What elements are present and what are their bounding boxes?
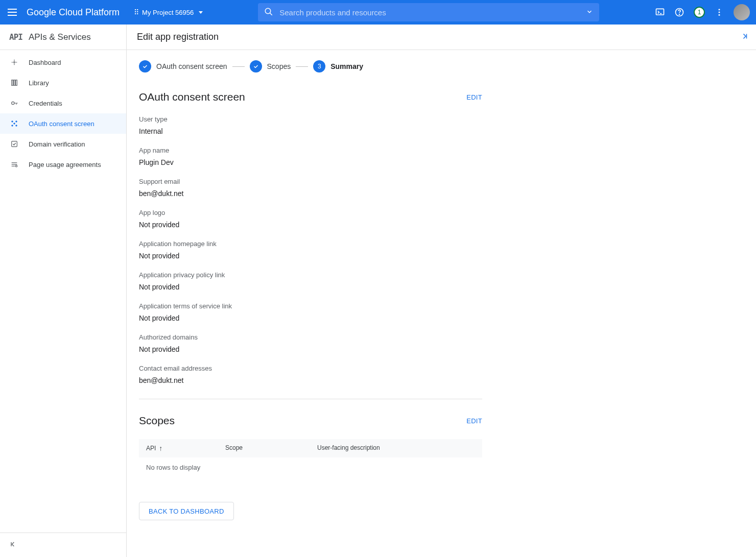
- notification-badge[interactable]: 1: [694, 7, 705, 18]
- svg-rect-12: [16, 80, 17, 86]
- step-summary[interactable]: 3 Summary: [313, 60, 363, 72]
- search-box[interactable]: [258, 3, 599, 21]
- empty-row: No rows to display: [139, 457, 482, 477]
- step-scopes[interactable]: Scopes: [250, 60, 291, 72]
- back-to-dashboard-button[interactable]: BACK TO DASHBOARD: [139, 502, 234, 520]
- section-divider: [139, 399, 482, 399]
- step-oauth-consent[interactable]: OAuth consent screen: [139, 60, 227, 72]
- field-support-email: Support email ben@dukt.net: [139, 178, 482, 198]
- svg-point-23: [15, 165, 17, 167]
- step-done-icon: [139, 60, 151, 72]
- collapse-right-drawer-icon[interactable]: [740, 32, 749, 42]
- divider: [232, 66, 245, 67]
- project-name: My Project 56956: [142, 9, 194, 16]
- col-description[interactable]: User-facing description: [317, 444, 475, 452]
- svg-point-16: [12, 125, 13, 127]
- field-privacy-link: Application privacy policy link Not prov…: [139, 271, 482, 291]
- sidebar-collapse-icon[interactable]: [9, 540, 17, 550]
- key-icon: [9, 99, 19, 107]
- oauth-consent-summary: OAuth consent screen EDIT User type Inte…: [139, 91, 482, 384]
- field-value: Not provided: [139, 252, 482, 260]
- svg-point-7: [719, 12, 720, 13]
- sidebar: API APIs & Services Dashboard Library Cr…: [0, 25, 127, 557]
- nav-credentials[interactable]: Credentials: [0, 93, 126, 113]
- svg-point-5: [679, 14, 680, 15]
- field-label: Support email: [139, 178, 482, 185]
- field-label: App name: [139, 147, 482, 154]
- divider: [296, 66, 308, 67]
- field-label: Application homepage link: [139, 240, 482, 248]
- more-vert-icon[interactable]: [714, 7, 724, 17]
- cloud-shell-icon[interactable]: [655, 7, 665, 17]
- field-label: Authorized domains: [139, 333, 482, 341]
- section-title: OAuth consent screen: [139, 91, 245, 103]
- nav-label: Credentials: [29, 100, 62, 107]
- svg-point-17: [16, 125, 17, 127]
- nav-dashboard[interactable]: Dashboard: [0, 52, 126, 72]
- nav-domain-verification[interactable]: Domain verification: [0, 134, 126, 154]
- svg-point-14: [12, 121, 13, 123]
- scopes-table: API ↑ Scope User-facing description No r…: [139, 439, 482, 477]
- help-icon[interactable]: [674, 7, 684, 17]
- search-input[interactable]: [279, 8, 580, 17]
- project-selector[interactable]: ⠿ My Project 56956: [130, 6, 207, 18]
- nav-label: Domain verification: [29, 140, 85, 148]
- field-value: ben@dukt.net: [139, 189, 482, 198]
- project-dots-icon: ⠿: [134, 8, 139, 16]
- user-avatar[interactable]: [734, 4, 750, 20]
- field-app-logo: App logo Not provided: [139, 209, 482, 229]
- sidebar-nav: Dashboard Library Credentials OAuth cons…: [0, 50, 126, 532]
- svg-rect-10: [12, 80, 13, 86]
- nav-page-usage[interactable]: Page usage agreements: [0, 154, 126, 175]
- field-label: Application privacy policy link: [139, 271, 482, 279]
- field-value: Not provided: [139, 283, 482, 291]
- field-contact-emails: Contact email addresses ben@dukt.net: [139, 365, 482, 384]
- search-expand-icon[interactable]: [586, 8, 593, 17]
- nav-label: Page usage agreements: [29, 161, 101, 168]
- field-authorized-domains: Authorized domains Not provided: [139, 333, 482, 353]
- nav-oauth-consent[interactable]: OAuth consent screen: [0, 113, 126, 134]
- field-value: Internal: [139, 127, 482, 135]
- edit-scopes-link[interactable]: EDIT: [466, 417, 482, 425]
- svg-point-13: [12, 102, 14, 104]
- field-value: Not provided: [139, 314, 482, 322]
- field-label: Application terms of service link: [139, 302, 482, 310]
- field-user-type: User type Internal: [139, 115, 482, 135]
- consent-icon: [9, 119, 19, 128]
- library-icon: [9, 79, 19, 87]
- sidebar-header: API APIs & Services: [0, 25, 126, 50]
- main-content: Edit app registration OAuth consent scre…: [127, 25, 756, 557]
- sort-asc-icon: ↑: [159, 444, 162, 452]
- col-api[interactable]: API ↑: [146, 444, 225, 452]
- nav-label: Dashboard: [29, 59, 61, 66]
- section-title: Scopes: [139, 415, 175, 427]
- step-label: Scopes: [267, 62, 291, 70]
- settings-list-icon: [9, 160, 19, 168]
- step-done-icon: [250, 60, 262, 72]
- step-label: OAuth consent screen: [156, 62, 227, 70]
- field-homepage-link: Application homepage link Not provided: [139, 240, 482, 260]
- verified-icon: [9, 140, 19, 148]
- table-header-row: API ↑ Scope User-facing description: [139, 439, 482, 457]
- svg-line-1: [270, 13, 273, 15]
- hamburger-menu-icon[interactable]: [6, 6, 18, 18]
- field-value: ben@dukt.net: [139, 376, 482, 384]
- scopes-summary: Scopes EDIT API ↑ Scope User-facing desc…: [139, 415, 482, 477]
- step-current-icon: 3: [313, 60, 325, 72]
- edit-oauth-link[interactable]: EDIT: [466, 93, 482, 101]
- nav-library[interactable]: Library: [0, 72, 126, 93]
- field-value: Not provided: [139, 345, 482, 353]
- api-glyph-icon: API: [9, 32, 22, 42]
- sidebar-footer: [0, 532, 126, 557]
- dashboard-icon: [9, 58, 19, 66]
- header-actions: 1: [655, 4, 750, 20]
- nav-label: OAuth consent screen: [29, 120, 94, 128]
- top-header: Google Cloud Platform ⠿ My Project 56956…: [0, 0, 756, 25]
- col-scope[interactable]: Scope: [225, 444, 317, 452]
- gcp-logo-text[interactable]: Google Cloud Platform: [27, 7, 120, 18]
- field-label: Contact email addresses: [139, 365, 482, 372]
- search-container: [258, 3, 599, 21]
- nav-label: Library: [29, 79, 49, 87]
- main-header: Edit app registration: [127, 25, 756, 50]
- sidebar-title: APIs & Services: [29, 32, 91, 42]
